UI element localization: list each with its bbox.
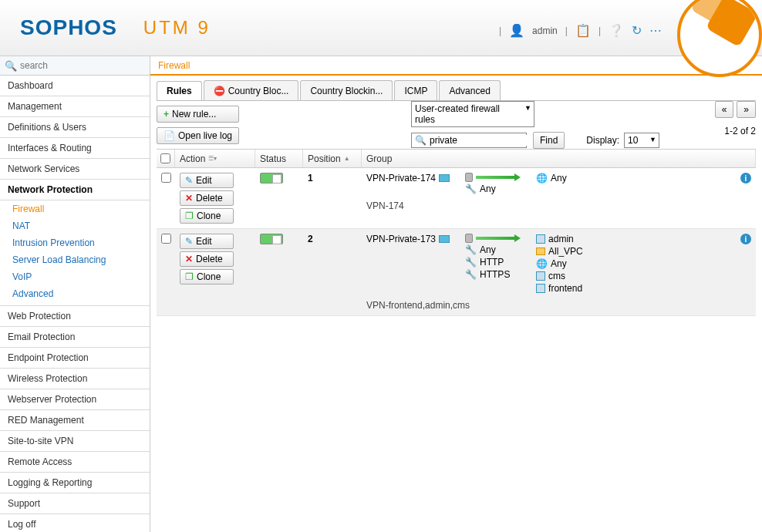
arrow-icon [476,173,521,181]
display-count-dropdown[interactable]: 10 [624,133,659,148]
service-object[interactable]: 🔧HTTP [465,257,521,268]
sidebar-item[interactable]: Web Protection [0,306,150,327]
service-icon: 🔧 [465,269,477,280]
service-object[interactable]: 🔧HTTPS [465,269,521,280]
sidebar-search[interactable]: 🔍 [0,56,150,76]
network-icon [439,174,450,182]
destination-object[interactable]: All_VPC [536,246,583,257]
blocked-icon: ⛔ [214,86,225,96]
search-input[interactable] [20,60,145,71]
tab[interactable]: Rules [157,81,202,101]
sidebar-item[interactable]: Definitions & Users [0,117,150,138]
sidebar-subitem[interactable]: Firewall [0,200,150,217]
rule-search-box[interactable]: 🔍 ✕ [411,133,527,148]
edit-icon: ✎ [185,236,193,247]
rule-search-input[interactable] [430,135,545,146]
source-object[interactable]: VPN-Private-173 [366,234,450,244]
edit-icon: ✎ [185,175,193,186]
tab[interactable]: Country Blockin... [300,80,393,100]
table-row: ✎Edit ✕Delete ❐Clone 2 VPN-Private-173 🔧… [157,229,756,316]
sidebar-item[interactable]: Dashboard [0,76,150,96]
position-value: 2 [303,234,362,311]
breadcrumb: Firewall [150,56,762,76]
delete-icon: ✕ [185,193,193,204]
destination-object[interactable]: frontend [536,283,583,294]
clipboard-icon[interactable]: 📋 [575,23,591,38]
select-all-checkbox[interactable] [160,153,170,163]
service-object[interactable]: 🔧Any [465,184,521,194]
info-icon[interactable]: i [740,173,751,184]
sidebar-subitem[interactable]: VoIP [0,268,150,285]
sidebar-item[interactable]: Wireless Protection [0,369,150,389]
service-icon: 🔧 [465,244,477,255]
delete-button[interactable]: ✕Delete [180,251,234,267]
toolbar: +New rule... 📄Open live log User-created… [157,100,756,149]
sidebar-item[interactable]: Log off [0,514,150,532]
reload-icon[interactable]: ↻ [632,23,642,38]
sidebar-item[interactable]: Interfaces & Routing [0,138,150,159]
help-icon[interactable]: ❔ [609,23,624,38]
globe-icon: 🌐 [536,258,548,269]
sidebar-subitem[interactable]: NAT [0,217,150,234]
sidebar-item[interactable]: Network Services [0,159,150,180]
sidebar-item[interactable]: Support [0,493,150,514]
status-toggle[interactable] [260,234,283,244]
service-object[interactable]: 🔧Any [465,244,521,255]
sidebar-subitem[interactable]: Server Load Balancing [0,251,150,268]
globe-icon: 🌐 [536,173,548,184]
log-icon: 📄 [164,130,175,141]
sidebar-item[interactable]: Logging & Reporting [0,473,150,493]
clone-button[interactable]: ❐Clone [180,208,234,224]
tab[interactable]: Advanced [439,80,500,100]
destination-object[interactable]: 🌐Any [536,258,583,269]
edit-button[interactable]: ✎Edit [180,234,234,249]
sidebar-item[interactable]: RED Management [0,410,150,431]
clone-button[interactable]: ❐Clone [180,269,234,285]
sidebar-item[interactable]: Network Protection [0,180,150,200]
header-toolbar: | 👤 admin | 📋 | ❔ ↻ ⋯ [499,23,662,38]
sidebar-item[interactable]: Site-to-site VPN [0,431,150,452]
edit-button[interactable]: ✎Edit [180,173,234,188]
tab-bar: Rules⛔Country Bloc...Country Blockin...I… [150,76,762,100]
sidebar-item[interactable]: Management [0,96,150,117]
folder-icon [536,247,545,255]
username: admin [532,25,558,36]
destination-object[interactable]: 🌐Any [536,173,567,184]
host-icon [536,234,545,244]
new-rule-button[interactable]: +New rule... [157,106,239,123]
col-group[interactable]: Group [362,150,756,167]
sort-asc-icon: ▲ [344,155,350,162]
col-action[interactable]: Action☰▾ [175,150,255,167]
display-label: Display: [586,135,619,146]
position-value: 1 [303,173,362,224]
info-icon[interactable]: i [740,234,751,244]
db-icon [465,173,473,182]
tab[interactable]: ⛔Country Bloc... [204,80,299,100]
col-position[interactable]: Position▲ [303,150,362,167]
search-icon: 🔍 [5,60,17,72]
delete-button[interactable]: ✕Delete [180,190,234,206]
tab[interactable]: ICMP [394,80,437,100]
sidebar: 🔍 DashboardManagementDefinitions & Users… [0,56,150,532]
sidebar-subitem[interactable]: Intrusion Prevention [0,234,150,251]
sidebar-item[interactable]: Endpoint Protection [0,348,150,369]
rules-table: Action☰▾ Status Position▲ Group ✎Edit ✕D… [157,149,756,316]
prev-page-button[interactable]: « [715,101,734,118]
arrow-icon [476,234,521,242]
status-toggle[interactable] [260,173,283,184]
sidebar-item[interactable]: Email Protection [0,327,150,348]
sidebar-item[interactable]: Remote Access [0,452,150,473]
sidebar-subitem[interactable]: Advanced [0,285,150,302]
row-checkbox[interactable] [161,173,171,183]
source-object[interactable]: VPN-Private-174 [366,173,450,184]
destination-object[interactable]: cms [536,271,583,281]
open-live-log-button[interactable]: 📄Open live log [157,127,239,144]
row-checkbox[interactable] [161,234,171,244]
destination-object[interactable]: admin [536,234,583,244]
clone-icon: ❐ [185,210,194,221]
find-button[interactable]: Find [533,132,565,149]
col-status[interactable]: Status [255,150,303,167]
next-page-button[interactable]: » [737,101,756,118]
sidebar-item[interactable]: Webserver Protection [0,389,150,410]
rule-filter-dropdown[interactable]: User-created firewall rules [411,101,534,127]
